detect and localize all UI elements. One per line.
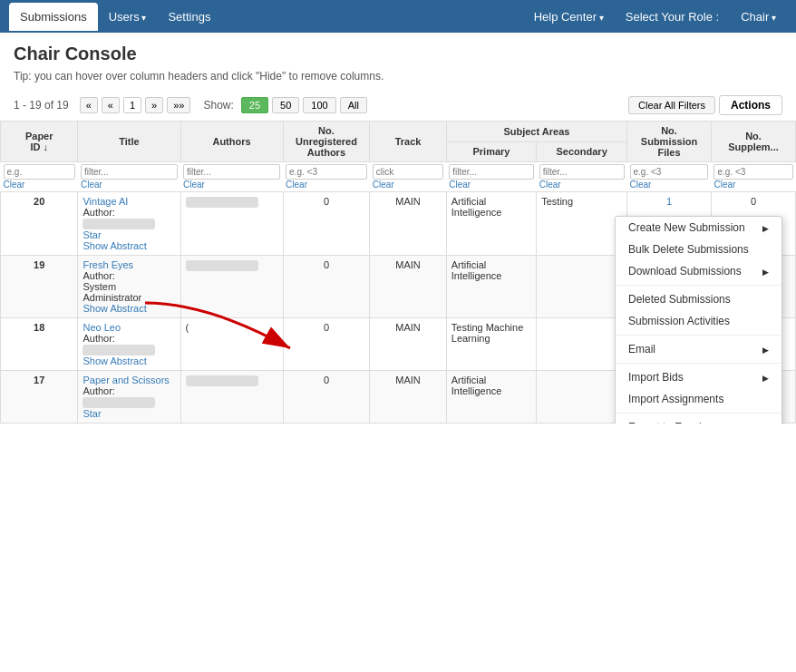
menu-deleted-submissions[interactable]: Deleted Submissions xyxy=(616,288,781,310)
title-link[interactable]: Vintage AI xyxy=(83,196,128,207)
nav-users[interactable]: Users xyxy=(98,3,158,31)
cell-paper-id: 17 xyxy=(1,371,78,424)
top-navbar: Submissions Users Settings Help Center S… xyxy=(0,0,796,33)
filter-track-clear[interactable]: Clear xyxy=(373,180,443,190)
submenu-arrow xyxy=(753,221,769,234)
cell-secondary xyxy=(537,318,627,371)
filter-title: Clear xyxy=(78,162,180,192)
filter-submission-files-clear[interactable]: Clear xyxy=(630,180,709,190)
cell-title: Paper and Scissors Author: Star xyxy=(78,371,180,424)
author-name-link[interactable]: Star xyxy=(83,229,101,240)
filter-authors: Clear xyxy=(180,162,283,192)
title-link[interactable]: Paper and Scissors xyxy=(83,375,169,385)
submissions-table-wrapper: PaperID ↓ Title Authors No.UnregisteredA… xyxy=(0,121,796,424)
title-link[interactable]: Fresh Eyes xyxy=(83,259,133,270)
filter-submission-files-input[interactable] xyxy=(630,164,709,180)
cell-paper-id: 20 xyxy=(1,192,78,256)
current-page-button[interactable]: 1 xyxy=(123,97,141,113)
filter-supplemental-clear[interactable]: Clear xyxy=(713,180,792,190)
filter-unregistered-clear[interactable]: Clear xyxy=(286,180,367,190)
page-title: Chair Console xyxy=(14,44,782,64)
filter-track: Clear xyxy=(370,162,446,192)
menu-submission-activities[interactable]: Submission Activities xyxy=(616,310,781,332)
cell-title: Vintage AI Author: Star Show Abstract xyxy=(78,192,180,256)
nav-settings[interactable]: Settings xyxy=(157,3,221,31)
author-label: Author: xyxy=(83,270,114,281)
cell-authors xyxy=(180,256,283,318)
show-all-button[interactable]: All xyxy=(340,97,367,113)
menu-item-label: Import Assignments xyxy=(628,393,723,405)
menu-item-label: Bulk Delete Submissions xyxy=(628,243,749,256)
title-link[interactable]: Neo Leo xyxy=(83,322,121,333)
filter-title-input[interactable] xyxy=(81,164,178,180)
menu-download-submissions[interactable]: Download Submissions xyxy=(616,260,781,282)
last-page-button[interactable]: »» xyxy=(167,97,190,113)
filter-title-clear[interactable]: Clear xyxy=(81,180,178,190)
filter-unregistered-input[interactable] xyxy=(286,164,367,180)
cell-title: Neo Leo Author: Show Abstract xyxy=(78,318,180,371)
show-50-button[interactable]: 50 xyxy=(272,97,299,113)
filter-primary-input[interactable] xyxy=(449,164,533,180)
filter-paper-id-clear[interactable]: Clear xyxy=(4,180,75,190)
cell-secondary: Testing xyxy=(537,192,627,256)
actions-button[interactable]: Actions xyxy=(719,95,782,115)
menu-item-label: Import Bids xyxy=(628,371,684,384)
show-abstract-link[interactable]: Show Abstract xyxy=(83,303,146,314)
nav-role-label: Select Your Role : xyxy=(615,3,730,31)
menu-bulk-delete-submissions[interactable]: Bulk Delete Submissions xyxy=(616,239,781,260)
filter-primary: Clear xyxy=(446,162,536,192)
filter-secondary-input[interactable] xyxy=(539,164,625,180)
nav-help-center[interactable]: Help Center xyxy=(523,3,615,31)
author-name: System Administrator xyxy=(83,281,141,303)
cell-unregistered: 0 xyxy=(283,318,370,371)
show-100-button[interactable]: 100 xyxy=(303,97,335,113)
cell-track: MAIN xyxy=(370,318,446,371)
filter-secondary-clear[interactable]: Clear xyxy=(539,180,625,190)
nav-submissions[interactable]: Submissions xyxy=(9,3,98,31)
next-page-button[interactable]: » xyxy=(145,97,163,113)
author-label: Author: xyxy=(83,207,114,218)
col-title: Title xyxy=(78,122,180,162)
filter-supplemental-files-input[interactable] xyxy=(713,164,792,180)
menu-item-label: Download Submissions xyxy=(628,265,742,278)
cell-authors xyxy=(180,371,283,424)
col-unregistered-authors: No.UnregisteredAuthors xyxy=(283,122,370,162)
col-supplemental-files: No.Supplem... xyxy=(711,122,795,162)
menu-import-bids[interactable]: Import Bids xyxy=(616,366,781,388)
show-abstract-link[interactable]: Show Abstract xyxy=(83,240,146,251)
nav-role-selector[interactable]: Chair xyxy=(730,3,787,31)
filter-track-input[interactable] xyxy=(373,164,443,180)
menu-divider xyxy=(616,363,781,364)
clear-filters-button[interactable]: Clear All Filters xyxy=(628,96,715,114)
menu-import-assignments[interactable]: Import Assignments xyxy=(616,388,781,410)
submission-files-link[interactable]: 1 xyxy=(666,196,672,207)
filter-authors-clear[interactable]: Clear xyxy=(183,180,280,190)
menu-item-label: Submission Activities xyxy=(628,315,730,327)
pagination-bar: 1 - 19 of 19 « « 1 » »» Show: 25 50 100 … xyxy=(0,90,796,121)
col-primary: Primary xyxy=(446,141,536,162)
author-name-link[interactable]: Star xyxy=(83,408,101,419)
menu-create-submission[interactable]: Create New Submission xyxy=(616,217,781,239)
cell-track: MAIN xyxy=(370,371,446,424)
cell-track: MAIN xyxy=(370,192,446,256)
menu-item-label: Email xyxy=(628,343,655,355)
first-page-button[interactable]: « xyxy=(80,97,98,113)
menu-export-excel[interactable]: Export to Excel xyxy=(616,416,781,424)
cell-primary: Artificial Intelligence xyxy=(446,256,536,318)
cell-secondary xyxy=(537,371,627,424)
filter-paper-id-input[interactable] xyxy=(4,164,75,180)
menu-email[interactable]: Email xyxy=(616,338,781,360)
cell-unregistered: 0 xyxy=(283,371,370,424)
filter-primary-clear[interactable]: Clear xyxy=(449,180,533,190)
prev-page-button[interactable]: « xyxy=(102,97,120,113)
filter-paper-id: Clear xyxy=(1,162,78,192)
filter-supplemental-files: Clear xyxy=(711,162,795,192)
filter-unregistered: Clear xyxy=(283,162,370,192)
show-abstract-link[interactable]: Show Abstract xyxy=(83,355,146,366)
show-25-button[interactable]: 25 xyxy=(241,97,268,113)
paren: ( xyxy=(186,322,189,333)
cell-primary: Artificial Intelligence xyxy=(446,192,536,256)
author-blurred-3 xyxy=(186,260,258,271)
cell-track: MAIN xyxy=(370,256,446,318)
filter-authors-input[interactable] xyxy=(183,164,280,180)
